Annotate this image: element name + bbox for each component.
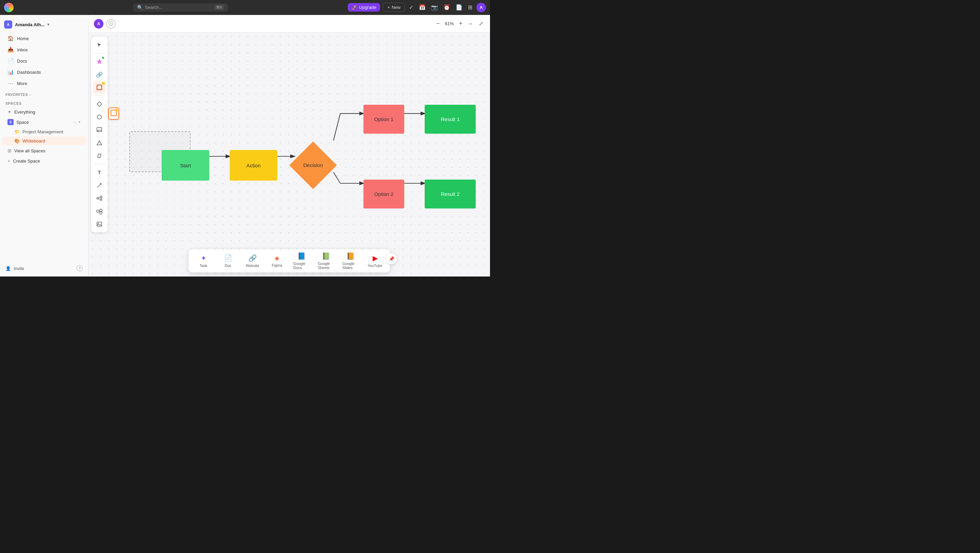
svg-line-8: [98, 199, 100, 200]
sidebar-item-whiteboard[interactable]: 🎨 Whiteboard: [2, 137, 86, 145]
grid-icon[interactable]: ⊞: [466, 3, 474, 12]
space-row-actions: ··· +: [73, 120, 81, 124]
svg-rect-10: [100, 209, 102, 211]
sidebar-item-space[interactable]: S Space ··· +: [2, 118, 86, 127]
google-sheets-label: Google Sheets: [318, 262, 334, 270]
bottom-tool-doc[interactable]: 📄 Doc: [220, 254, 236, 268]
zoom-in-button[interactable]: +: [457, 19, 464, 29]
ai-tool[interactable]: [93, 56, 105, 68]
image-tool[interactable]: [93, 218, 105, 230]
circle-tool[interactable]: [93, 111, 105, 123]
zoom-out-button[interactable]: −: [435, 19, 441, 29]
arrow-tool[interactable]: [93, 179, 105, 191]
link-tool[interactable]: 🔗: [93, 68, 105, 81]
favorites-label: Favorites: [5, 92, 28, 97]
bottom-tool-google-docs[interactable]: 📘 Google Docs: [293, 252, 310, 270]
bottom-tool-google-sheets[interactable]: 📗 Google Sheets: [318, 252, 334, 270]
whiteboard-icon: 🎨: [14, 138, 20, 143]
help-button[interactable]: ?: [76, 265, 83, 272]
node-label: Option 2: [374, 191, 394, 197]
folder-icon: 📁: [14, 129, 20, 134]
whiteboard-header: A ⓘ − 61% + ↔ ⤢: [89, 15, 490, 33]
space-add-icon[interactable]: +: [78, 120, 81, 124]
doc-icon[interactable]: 📄: [454, 3, 464, 12]
sidebar: A Amanda Ath... ▾ 🏠 Home 📥 Inbox 📄 Docs …: [0, 15, 89, 276]
favorites-section[interactable]: Favorites ›: [0, 91, 88, 99]
flowchart-node-result2[interactable]: Result 2: [425, 180, 476, 208]
bottom-tool-youtube[interactable]: ▶ YouTube: [367, 254, 383, 268]
doc-label: Doc: [224, 264, 231, 268]
connect-tool[interactable]: [93, 192, 105, 204]
task-icon: ✦: [201, 254, 207, 262]
app-logo[interactable]: [4, 3, 14, 12]
website-icon: 🔗: [248, 254, 257, 262]
shape-rect-tool[interactable]: [93, 81, 105, 94]
bottom-tool-website[interactable]: 🔗 Website: [244, 254, 261, 268]
note-tool[interactable]: [93, 124, 105, 136]
upgrade-button[interactable]: 🚀 Upgrade: [348, 3, 380, 11]
flowchart-node-option2[interactable]: Option 2: [363, 180, 404, 208]
zoom-level: 61%: [444, 21, 455, 26]
sidebar-item-project-management[interactable]: 📁 Project Management: [2, 127, 86, 136]
new-button[interactable]: + New: [383, 3, 405, 12]
space-more-icon[interactable]: ···: [73, 120, 77, 124]
pin-toolbar-button[interactable]: 📌: [386, 253, 397, 264]
flowchart-node-result1[interactable]: Result 1: [425, 105, 476, 133]
create-space-label: Create Space: [13, 159, 40, 164]
flowchart-node-start[interactable]: Start: [162, 150, 209, 181]
svg-rect-0: [97, 85, 102, 90]
inbox-icon: 📥: [8, 47, 14, 53]
sidebar-invite[interactable]: 👤 Invite ?: [0, 263, 88, 274]
sidebar-item-everything[interactable]: ✦ Everything: [2, 107, 86, 117]
whiteboard-canvas[interactable]: 🔗: [89, 33, 490, 276]
flowchart-node-option1[interactable]: Option 1: [363, 105, 404, 133]
plus-icon: +: [8, 158, 10, 164]
sidebar-item-docs[interactable]: 📄 Docs: [2, 56, 86, 66]
parallelogram-tool[interactable]: [93, 149, 105, 162]
space-label: Space: [16, 120, 73, 125]
fullscreen-button[interactable]: ⤢: [477, 19, 485, 28]
calendar-icon[interactable]: 📅: [417, 3, 427, 12]
sidebar-item-inbox[interactable]: 📥 Inbox: [2, 44, 86, 55]
bottom-tool-google-slides[interactable]: 📙 Google Slides: [342, 252, 359, 270]
task-label: Task: [200, 264, 208, 268]
group-tool[interactable]: [93, 205, 105, 217]
svg-line-17: [334, 114, 340, 140]
camera-icon[interactable]: 📷: [430, 3, 439, 12]
sidebar-item-home[interactable]: 🏠 Home: [2, 33, 86, 44]
search-icon: 🔍: [137, 5, 143, 10]
search-bar[interactable]: 🔍 Search... ⌘K: [133, 3, 228, 11]
more-icon: ⋯: [8, 80, 14, 86]
sidebar-nav: 🏠 Home 📥 Inbox 📄 Docs 📊 Dashboards ⋯ Mor…: [0, 31, 88, 91]
space-icon: S: [8, 119, 14, 125]
flowchart-node-action[interactable]: Action: [230, 150, 277, 181]
sidebar-item-more[interactable]: ⋯ More: [2, 78, 86, 89]
shape-selector[interactable]: [108, 108, 119, 120]
text-tool[interactable]: T: [93, 166, 105, 178]
sidebar-item-view-all-spaces[interactable]: ⊞ View all Spaces: [2, 146, 86, 156]
whiteboard-label: Whiteboard: [22, 138, 45, 143]
flowchart-node-decision[interactable]: Decision: [286, 138, 340, 192]
bottom-tool-task[interactable]: ✦ Task: [195, 254, 212, 268]
diamond-tool[interactable]: [93, 98, 105, 110]
clock-icon[interactable]: ⏰: [442, 3, 452, 12]
sidebar-item-create-space[interactable]: + Create Space: [2, 156, 86, 165]
plus-icon: +: [387, 5, 390, 10]
triangle-tool[interactable]: [93, 137, 105, 149]
project-mgmt-label: Project Management: [22, 129, 63, 134]
figma-label: Figma: [272, 263, 282, 267]
select-tool[interactable]: [93, 39, 105, 51]
youtube-icon: ▶: [372, 254, 378, 262]
fit-to-width-button[interactable]: ↔: [466, 19, 475, 28]
upgrade-icon: 🚀: [352, 5, 357, 10]
sidebar-item-dashboards[interactable]: 📊 Dashboards: [2, 67, 86, 78]
topbar-right: 🚀 Upgrade + New ✓ 📅 📷 ⏰ 📄 ⊞ A: [348, 3, 486, 12]
wb-info-button[interactable]: ⓘ: [106, 19, 116, 29]
sidebar-user[interactable]: A Amanda Ath... ▾: [0, 17, 88, 31]
user-avatar[interactable]: A: [476, 3, 486, 12]
checkmark-icon[interactable]: ✓: [408, 3, 415, 12]
wb-header-left: A ⓘ: [94, 19, 116, 29]
svg-rect-9: [97, 210, 99, 212]
search-placeholder: Search...: [145, 5, 163, 10]
bottom-tool-figma[interactable]: ◈ Figma: [269, 254, 285, 267]
